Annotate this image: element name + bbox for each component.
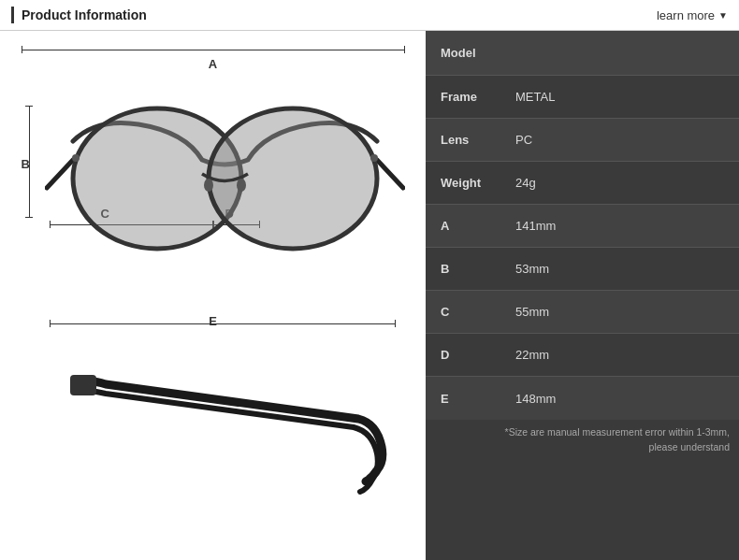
page-header: Product Information learn more ▼ bbox=[0, 0, 739, 31]
svg-point-7 bbox=[370, 154, 378, 162]
specs-note: *Size are manual measurement error withi… bbox=[426, 420, 739, 459]
spec-value: 22mm bbox=[515, 348, 549, 362]
spec-label: A bbox=[441, 219, 515, 233]
spec-label: Model bbox=[441, 46, 515, 60]
spec-value: PC bbox=[515, 133, 532, 147]
spec-label: C bbox=[441, 305, 515, 319]
chevron-down-icon: ▼ bbox=[718, 10, 728, 21]
page-title: Product Information bbox=[22, 7, 147, 22]
specs-row: Weight24g bbox=[426, 162, 739, 205]
spec-label: Lens bbox=[441, 133, 515, 147]
dimension-e-line bbox=[50, 323, 396, 324]
label-b: B bbox=[22, 157, 30, 171]
specs-note-line1: *Size are manual measurement error withi… bbox=[505, 426, 730, 438]
svg-point-6 bbox=[72, 154, 80, 162]
spec-value: METAL bbox=[515, 90, 555, 104]
spec-label: D bbox=[441, 348, 515, 362]
label-e: E bbox=[209, 314, 217, 328]
specs-note-line2: please understand bbox=[649, 441, 730, 452]
specs-rows: ModelFrameMETALLensPCWeight24gA141mmB53m… bbox=[426, 31, 739, 420]
title-wrap: Product Information bbox=[11, 7, 147, 23]
spec-value: 141mm bbox=[515, 219, 556, 233]
specs-table: ModelFrameMETALLensPCWeight24gA141mmB53m… bbox=[426, 31, 739, 560]
spec-label: B bbox=[441, 262, 515, 276]
main-content: A B C D bbox=[0, 31, 739, 560]
spec-label: Frame bbox=[441, 90, 515, 104]
spec-value: 148mm bbox=[515, 392, 556, 406]
spec-label: E bbox=[441, 392, 515, 406]
learn-more-label: learn more bbox=[657, 8, 715, 22]
learn-more-button[interactable]: learn more ▼ bbox=[657, 8, 728, 22]
specs-row: E148mm bbox=[426, 377, 739, 420]
svg-line-0 bbox=[47, 160, 73, 188]
svg-point-4 bbox=[204, 179, 213, 192]
glasses-front-image bbox=[45, 85, 405, 267]
diagram-area: A B C D bbox=[0, 31, 426, 560]
svg-line-1 bbox=[377, 160, 403, 188]
spec-value: 55mm bbox=[515, 305, 549, 319]
specs-row: A141mm bbox=[426, 205, 739, 248]
spec-value: 53mm bbox=[515, 262, 549, 276]
svg-point-5 bbox=[237, 179, 246, 192]
specs-row: B53mm bbox=[426, 248, 739, 291]
spec-label: Weight bbox=[441, 176, 515, 190]
front-view-diagram: A B C D bbox=[22, 50, 405, 302]
specs-row: FrameMETAL bbox=[426, 76, 739, 119]
header-bar-decoration bbox=[11, 7, 14, 23]
specs-row: D22mm bbox=[426, 334, 739, 377]
dimension-a-line bbox=[22, 50, 405, 50]
label-a: A bbox=[209, 57, 217, 71]
specs-row: LensPC bbox=[426, 119, 739, 162]
side-view-diagram: E bbox=[22, 307, 405, 522]
specs-row: C55mm bbox=[426, 291, 739, 334]
spec-value: 24g bbox=[515, 176, 536, 190]
glasses-side-image bbox=[40, 339, 396, 503]
specs-row: Model bbox=[426, 31, 739, 76]
svg-rect-8 bbox=[70, 375, 96, 395]
